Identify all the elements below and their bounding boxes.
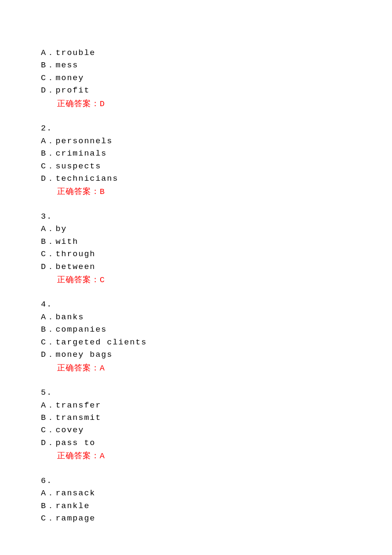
option-line: D．profit xyxy=(41,84,392,97)
question-number: 3. xyxy=(41,211,392,223)
option-dot: ． xyxy=(46,438,55,448)
option-label: A xyxy=(41,48,46,58)
option-label: A xyxy=(41,312,46,322)
option-line: B．rankle xyxy=(41,500,392,512)
answer-label: 正确答案： xyxy=(57,99,100,108)
answer-label: 正确答案： xyxy=(57,451,100,460)
option-label: C xyxy=(41,73,46,83)
option-text: targeted clients xyxy=(55,338,147,347)
answer-label: 正确答案： xyxy=(57,187,100,196)
option-label: C xyxy=(41,162,46,171)
option-line: C．rampage xyxy=(41,512,392,525)
option-line: B．transmit xyxy=(41,412,392,424)
option-line: C．suspects xyxy=(41,160,392,173)
option-text: transfer xyxy=(55,401,101,410)
option-text: pass to xyxy=(55,438,95,448)
option-line: A．trouble xyxy=(41,47,392,59)
option-label: B xyxy=(41,325,46,334)
option-line: D．pass to xyxy=(41,437,392,449)
option-label: B xyxy=(41,149,46,158)
answer-line: 正确答案：D xyxy=(41,97,392,110)
option-line: A．banks xyxy=(41,311,392,324)
option-dot: ． xyxy=(46,413,55,422)
question-block-5: 5. A．transfer B．transmit C．covey D．pass … xyxy=(41,387,392,463)
option-line: D．technicians xyxy=(41,173,392,185)
question-number: 4. xyxy=(41,298,392,311)
answer-value: A xyxy=(100,364,105,373)
option-dot: ． xyxy=(46,249,55,259)
option-text: money xyxy=(55,73,84,83)
option-label: A xyxy=(41,224,46,234)
option-dot: ． xyxy=(46,514,55,523)
option-text: between xyxy=(55,262,95,272)
option-line: A．personnels xyxy=(41,135,392,147)
option-line: B．companies xyxy=(41,324,392,336)
option-dot: ． xyxy=(46,73,55,83)
option-dot: ． xyxy=(46,61,55,70)
question-number: 5. xyxy=(41,387,392,399)
answer-line: 正确答案：B xyxy=(41,185,392,198)
option-label: B xyxy=(41,501,46,511)
option-label: C xyxy=(41,425,46,435)
option-line: C．targeted clients xyxy=(41,336,392,349)
question-block-4: 4. A．banks B．companies C．targeted client… xyxy=(41,298,392,375)
option-line: C．covey xyxy=(41,424,392,436)
answer-value: C xyxy=(100,275,105,285)
option-dot: ． xyxy=(46,174,55,183)
option-dot: ． xyxy=(46,312,55,322)
option-text: ransack xyxy=(55,489,95,498)
option-dot: ． xyxy=(46,48,55,58)
option-line: B．criminals xyxy=(41,147,392,160)
option-label: C xyxy=(41,514,46,523)
answer-label: 正确答案： xyxy=(57,275,100,284)
option-text: transmit xyxy=(55,413,101,422)
option-label: D xyxy=(41,350,46,359)
option-label: A xyxy=(41,401,46,410)
option-text: mess xyxy=(55,61,78,70)
option-dot: ． xyxy=(46,401,55,410)
option-text: profit xyxy=(55,86,89,95)
option-text: rankle xyxy=(55,501,89,511)
option-text: personnels xyxy=(55,136,112,146)
option-text: companies xyxy=(55,325,107,334)
option-label: C xyxy=(41,338,46,347)
option-label: A xyxy=(41,489,46,498)
option-label: D xyxy=(41,262,46,272)
question-block-2: 2. A．personnels B．criminals C．suspects D… xyxy=(41,122,392,199)
document-page: A．trouble B．mess C．money D．profit 正确答案：D… xyxy=(0,0,392,555)
answer-value: A xyxy=(100,451,105,461)
option-label: B xyxy=(41,413,46,422)
answer-line: 正确答案：C xyxy=(41,273,392,286)
answer-line: 正确答案：A xyxy=(41,449,392,462)
option-text: through xyxy=(55,249,95,259)
option-label: D xyxy=(41,438,46,448)
question-number: 2. xyxy=(41,122,392,135)
option-text: rampage xyxy=(55,514,95,523)
question-block-6: 6. A．ransack B．rankle C．rampage xyxy=(41,475,392,525)
option-line: A．transfer xyxy=(41,399,392,412)
option-line: D．money bags xyxy=(41,349,392,361)
option-line: B．with xyxy=(41,236,392,248)
option-text: by xyxy=(55,224,67,234)
option-text: trouble xyxy=(55,48,95,58)
option-label: C xyxy=(41,249,46,259)
option-dot: ． xyxy=(46,262,55,272)
option-text: suspects xyxy=(55,162,101,171)
option-dot: ． xyxy=(46,425,55,435)
option-text: with xyxy=(55,237,78,246)
option-label: D xyxy=(41,174,46,183)
option-dot: ． xyxy=(46,136,55,146)
option-text: criminals xyxy=(55,149,107,158)
option-dot: ． xyxy=(46,237,55,246)
option-dot: ． xyxy=(46,86,55,95)
answer-label: 正确答案： xyxy=(57,363,100,372)
question-block-3: 3. A．by B．with C．through D．between 正确答案：… xyxy=(41,211,392,287)
option-dot: ． xyxy=(46,325,55,334)
option-line: B．mess xyxy=(41,59,392,72)
option-label: B xyxy=(41,61,46,70)
option-label: D xyxy=(41,86,46,95)
option-text: money bags xyxy=(55,350,112,359)
option-dot: ． xyxy=(46,350,55,359)
option-line: D．between xyxy=(41,261,392,273)
option-text: banks xyxy=(55,312,84,322)
